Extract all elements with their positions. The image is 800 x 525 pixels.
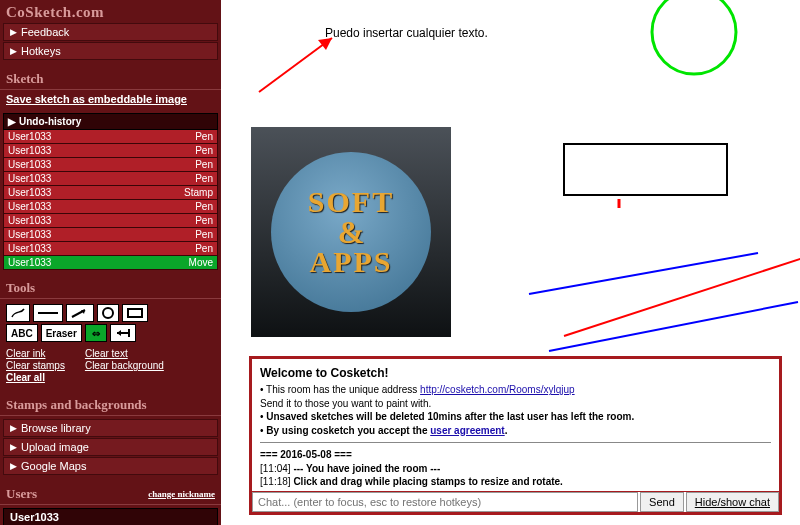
- app-title: CoSketch.com: [0, 0, 221, 22]
- pen-tool[interactable]: [6, 304, 30, 322]
- svg-point-5: [652, 0, 736, 74]
- chat-body: Welcome to Cosketch! • This room has the…: [252, 359, 779, 491]
- chat-line: • This room has the unique address http:…: [260, 383, 771, 397]
- tool-links: Clear ink Clear stamps Clear all Clear t…: [0, 344, 221, 387]
- stamps-upload[interactable]: ▶Upload image: [3, 438, 218, 456]
- undo-row[interactable]: User1033Stamp: [3, 186, 218, 200]
- change-nickname-link[interactable]: change nickname: [148, 489, 215, 499]
- chat-send-button[interactable]: Send: [640, 492, 684, 512]
- stamp-text-mid: &: [338, 219, 365, 245]
- arrow-tool[interactable]: [66, 304, 94, 322]
- canvas-text[interactable]: Puedo insertar cualquier texto.: [325, 26, 488, 40]
- chat-line: • Unsaved sketches will be deleted 10min…: [260, 410, 771, 424]
- chat-line: Send it to those you want to paint with.: [260, 397, 771, 411]
- chat-line: • By using cosketch you accept the user …: [260, 424, 771, 438]
- triangle-icon: ▶: [10, 423, 17, 433]
- menu-label: Browse library: [21, 422, 91, 434]
- chat-msg: [11:18] Click and drag while placing sta…: [260, 475, 771, 489]
- svg-line-10: [529, 253, 758, 294]
- sidebar: CoSketch.com ▶ Feedback ▶ Hotkeys Sketch…: [0, 0, 221, 525]
- clear-background-link[interactable]: Clear background: [85, 360, 164, 371]
- tool-row-2: ABC Eraser ⇔: [6, 324, 215, 342]
- user-agreement-link[interactable]: user agreement: [430, 425, 504, 436]
- undo-row[interactable]: User1033Pen: [3, 214, 218, 228]
- triangle-icon: ▶: [10, 46, 17, 56]
- undo-row[interactable]: User1033Pen: [3, 200, 218, 214]
- undo-header-label: Undo-history: [19, 116, 81, 127]
- undo-row[interactable]: User1033Pen: [3, 242, 218, 256]
- clear-text-link[interactable]: Clear text: [85, 348, 164, 359]
- chat-msg: [11:04] --- You have joined the room ---: [260, 462, 771, 476]
- menu-feedback[interactable]: ▶ Feedback: [3, 23, 218, 41]
- line-tool[interactable]: [33, 304, 63, 322]
- chat-footer: Send Hide/show chat: [252, 491, 779, 512]
- svg-line-6: [259, 38, 332, 92]
- move-tool[interactable]: ⇔: [85, 324, 107, 342]
- undo-row[interactable]: User1033Pen: [3, 158, 218, 172]
- chat-toggle-button[interactable]: Hide/show chat: [686, 492, 779, 512]
- chat-panel: Welcome to Cosketch! • This room has the…: [249, 356, 782, 515]
- chat-divider: [260, 442, 771, 443]
- svg-rect-8: [564, 144, 727, 195]
- circle-tool[interactable]: [97, 304, 119, 322]
- clear-all-link[interactable]: Clear all: [6, 372, 65, 383]
- stamps-gmaps[interactable]: ▶Google Maps: [3, 457, 218, 475]
- svg-line-11: [549, 302, 798, 351]
- undo-history-header[interactable]: ▶ Undo-history: [3, 113, 218, 130]
- clear-stamps-link[interactable]: Clear stamps: [6, 360, 65, 371]
- undo-row[interactable]: User1033Pen: [3, 130, 218, 144]
- chat-welcome-title: Welcome to Cosketch!: [260, 365, 771, 381]
- room-url-link[interactable]: http://cosketch.com/Rooms/xylqjup: [420, 384, 575, 395]
- green-circle-drawing: [639, 0, 749, 90]
- svg-line-12: [564, 258, 800, 336]
- section-tools: Tools: [0, 270, 221, 299]
- rect-tool[interactable]: [122, 304, 148, 322]
- save-sketch-link[interactable]: Save sketch as embeddable image: [0, 93, 221, 111]
- blue-line-2-drawing: [546, 298, 800, 358]
- blue-line-1-drawing: [526, 249, 766, 299]
- users-header-label: Users: [6, 486, 37, 502]
- stamp-softapps[interactable]: Soft & Apps: [251, 127, 451, 337]
- triangle-icon: ▶: [10, 461, 17, 471]
- red-tick-drawing: [616, 198, 626, 212]
- menu-hotkeys[interactable]: ▶ Hotkeys: [3, 42, 218, 60]
- triangle-icon: ▶: [10, 27, 17, 37]
- undo-row[interactable]: User1033Pen: [3, 228, 218, 242]
- undo-row[interactable]: User1033Move: [3, 256, 218, 270]
- menu-label: Google Maps: [21, 460, 86, 472]
- undo-list: User1033Pen User1033Pen User1033Pen User…: [3, 130, 218, 270]
- menu-label: Feedback: [21, 26, 69, 38]
- red-arrow-drawing: [254, 30, 344, 100]
- section-sketch: Sketch: [0, 61, 221, 90]
- eraser-tool[interactable]: Eraser: [41, 324, 82, 342]
- triangle-icon: ▶: [10, 442, 17, 452]
- section-stamps: Stamps and backgrounds: [0, 387, 221, 416]
- tool-row-1: [6, 304, 215, 322]
- black-rect-drawing: [563, 143, 733, 203]
- section-users: Users change nickname: [0, 476, 221, 505]
- menu-label: Hotkeys: [21, 45, 61, 57]
- red-line-drawing: [561, 254, 800, 344]
- undo-row[interactable]: User1033Pen: [3, 172, 218, 186]
- undo-row[interactable]: User1033Pen: [3, 144, 218, 158]
- menu-label: Upload image: [21, 441, 89, 453]
- stamps-browse[interactable]: ▶Browse library: [3, 419, 218, 437]
- pan-tool[interactable]: [110, 324, 136, 342]
- chat-date: === 2016-05-08 ===: [260, 448, 771, 462]
- user-row[interactable]: User1033: [3, 508, 218, 525]
- stamp-text-bot: Apps: [310, 245, 393, 279]
- svg-marker-4: [117, 330, 121, 336]
- triangle-down-icon: ▶: [8, 116, 16, 127]
- text-tool[interactable]: ABC: [6, 324, 38, 342]
- chat-input[interactable]: [252, 492, 638, 512]
- clear-ink-link[interactable]: Clear ink: [6, 348, 65, 359]
